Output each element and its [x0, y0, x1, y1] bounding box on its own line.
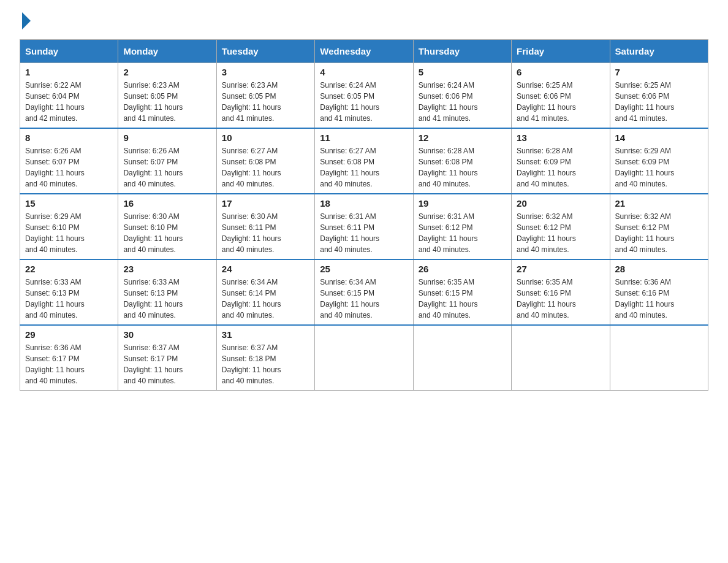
calendar-day-cell: 27Sunrise: 6:35 AMSunset: 6:16 PMDayligh…: [512, 259, 610, 325]
calendar-day-cell: 5Sunrise: 6:24 AMSunset: 6:06 PMDaylight…: [413, 63, 511, 129]
day-number: 30: [123, 329, 211, 340]
day-info: Sunrise: 6:33 AMSunset: 6:13 PMDaylight:…: [25, 277, 113, 321]
day-number: 26: [419, 264, 506, 274]
day-number: 18: [320, 198, 408, 209]
day-of-week-header: Tuesday: [216, 40, 314, 63]
day-info: Sunrise: 6:36 AMSunset: 6:17 PMDaylight:…: [25, 342, 113, 386]
day-number: 10: [222, 132, 309, 143]
day-of-week-header: Sunday: [20, 40, 118, 63]
day-info: Sunrise: 6:36 AMSunset: 6:16 PMDaylight:…: [615, 277, 703, 321]
calendar-day-cell: 11Sunrise: 6:27 AMSunset: 6:08 PMDayligh…: [315, 128, 413, 194]
day-info: Sunrise: 6:30 AMSunset: 6:11 PMDaylight:…: [222, 211, 309, 255]
day-number: 20: [517, 198, 604, 209]
day-number: 22: [25, 264, 113, 274]
day-number: 1: [25, 67, 113, 77]
day-info: Sunrise: 6:29 AMSunset: 6:10 PMDaylight:…: [25, 211, 113, 255]
day-number: 12: [419, 132, 506, 143]
day-info: Sunrise: 6:34 AMSunset: 6:14 PMDaylight:…: [222, 277, 309, 321]
day-number: 29: [25, 329, 113, 340]
day-number: 5: [419, 67, 506, 77]
day-number: 9: [123, 132, 211, 143]
calendar-day-cell: 20Sunrise: 6:32 AMSunset: 6:12 PMDayligh…: [512, 194, 610, 259]
day-number: 3: [222, 67, 309, 77]
day-number: 24: [222, 264, 309, 274]
day-info: Sunrise: 6:27 AMSunset: 6:08 PMDaylight:…: [222, 145, 309, 190]
day-info: Sunrise: 6:32 AMSunset: 6:12 PMDaylight:…: [615, 211, 703, 255]
calendar-week-row: 29Sunrise: 6:36 AMSunset: 6:17 PMDayligh…: [20, 325, 708, 391]
day-info: Sunrise: 6:23 AMSunset: 6:05 PMDaylight:…: [123, 80, 211, 124]
calendar-week-row: 8Sunrise: 6:26 AMSunset: 6:07 PMDaylight…: [20, 128, 708, 194]
day-info: Sunrise: 6:24 AMSunset: 6:06 PMDaylight:…: [419, 80, 506, 124]
calendar-day-cell: 7Sunrise: 6:25 AMSunset: 6:06 PMDaylight…: [610, 63, 708, 129]
day-number: 25: [320, 264, 408, 274]
day-number: 13: [517, 132, 604, 143]
day-info: Sunrise: 6:23 AMSunset: 6:05 PMDaylight:…: [222, 80, 309, 124]
calendar-week-row: 1Sunrise: 6:22 AMSunset: 6:04 PMDaylight…: [20, 63, 708, 129]
day-number: 27: [517, 264, 604, 274]
calendar-day-cell: 22Sunrise: 6:33 AMSunset: 6:13 PMDayligh…: [20, 259, 118, 325]
calendar-day-cell: 12Sunrise: 6:28 AMSunset: 6:08 PMDayligh…: [413, 128, 511, 194]
calendar-day-cell: 4Sunrise: 6:24 AMSunset: 6:05 PMDaylight…: [315, 63, 413, 129]
day-info: Sunrise: 6:32 AMSunset: 6:12 PMDaylight:…: [517, 211, 604, 255]
calendar-day-cell: 9Sunrise: 6:26 AMSunset: 6:07 PMDaylight…: [118, 128, 216, 194]
calendar-day-cell: 28Sunrise: 6:36 AMSunset: 6:16 PMDayligh…: [610, 259, 708, 325]
day-info: Sunrise: 6:26 AMSunset: 6:07 PMDaylight:…: [25, 145, 113, 190]
calendar-day-cell: 21Sunrise: 6:32 AMSunset: 6:12 PMDayligh…: [610, 194, 708, 259]
day-number: 11: [320, 132, 408, 143]
calendar-day-cell: 19Sunrise: 6:31 AMSunset: 6:12 PMDayligh…: [413, 194, 511, 259]
day-number: 31: [222, 329, 309, 340]
calendar-day-cell: 14Sunrise: 6:29 AMSunset: 6:09 PMDayligh…: [610, 128, 708, 194]
day-number: 6: [517, 67, 604, 77]
day-number: 28: [615, 264, 703, 274]
calendar-day-cell: 13Sunrise: 6:28 AMSunset: 6:09 PMDayligh…: [512, 128, 610, 194]
page-header: [20, 15, 708, 27]
calendar-day-cell: [413, 325, 511, 391]
day-info: Sunrise: 6:35 AMSunset: 6:15 PMDaylight:…: [419, 277, 506, 321]
calendar-day-cell: [512, 325, 610, 391]
calendar-day-cell: [315, 325, 413, 391]
day-of-week-header: Saturday: [610, 40, 708, 63]
calendar-day-cell: 6Sunrise: 6:25 AMSunset: 6:06 PMDaylight…: [512, 63, 610, 129]
day-info: Sunrise: 6:31 AMSunset: 6:11 PMDaylight:…: [320, 211, 408, 255]
day-info: Sunrise: 6:33 AMSunset: 6:13 PMDaylight:…: [123, 277, 211, 321]
calendar-day-cell: 18Sunrise: 6:31 AMSunset: 6:11 PMDayligh…: [315, 194, 413, 259]
day-info: Sunrise: 6:27 AMSunset: 6:08 PMDaylight:…: [320, 145, 408, 190]
calendar-day-cell: 16Sunrise: 6:30 AMSunset: 6:10 PMDayligh…: [118, 194, 216, 259]
calendar-day-cell: 26Sunrise: 6:35 AMSunset: 6:15 PMDayligh…: [413, 259, 511, 325]
day-info: Sunrise: 6:25 AMSunset: 6:06 PMDaylight:…: [517, 80, 604, 124]
calendar-day-cell: 29Sunrise: 6:36 AMSunset: 6:17 PMDayligh…: [20, 325, 118, 391]
day-number: 4: [320, 67, 408, 77]
calendar-header-row: SundayMondayTuesdayWednesdayThursdayFrid…: [20, 40, 708, 63]
day-info: Sunrise: 6:29 AMSunset: 6:09 PMDaylight:…: [615, 145, 703, 190]
day-info: Sunrise: 6:37 AMSunset: 6:17 PMDaylight:…: [123, 342, 211, 386]
day-number: 2: [123, 67, 211, 77]
day-info: Sunrise: 6:25 AMSunset: 6:06 PMDaylight:…: [615, 80, 703, 124]
day-info: Sunrise: 6:24 AMSunset: 6:05 PMDaylight:…: [320, 80, 408, 124]
calendar-day-cell: 1Sunrise: 6:22 AMSunset: 6:04 PMDaylight…: [20, 63, 118, 129]
day-number: 15: [25, 198, 113, 209]
calendar-day-cell: 31Sunrise: 6:37 AMSunset: 6:18 PMDayligh…: [216, 325, 314, 391]
day-info: Sunrise: 6:37 AMSunset: 6:18 PMDaylight:…: [222, 342, 309, 386]
day-of-week-header: Monday: [118, 40, 216, 63]
calendar-day-cell: 3Sunrise: 6:23 AMSunset: 6:05 PMDaylight…: [216, 63, 314, 129]
day-of-week-header: Thursday: [413, 40, 511, 63]
calendar-day-cell: 8Sunrise: 6:26 AMSunset: 6:07 PMDaylight…: [20, 128, 118, 194]
day-number: 21: [615, 198, 703, 209]
day-number: 14: [615, 132, 703, 143]
day-info: Sunrise: 6:26 AMSunset: 6:07 PMDaylight:…: [123, 145, 211, 190]
day-info: Sunrise: 6:30 AMSunset: 6:10 PMDaylight:…: [123, 211, 211, 255]
calendar-table: SundayMondayTuesdayWednesdayThursdayFrid…: [20, 39, 708, 391]
calendar-day-cell: 24Sunrise: 6:34 AMSunset: 6:14 PMDayligh…: [216, 259, 314, 325]
calendar-week-row: 15Sunrise: 6:29 AMSunset: 6:10 PMDayligh…: [20, 194, 708, 259]
calendar-day-cell: 2Sunrise: 6:23 AMSunset: 6:05 PMDaylight…: [118, 63, 216, 129]
day-info: Sunrise: 6:31 AMSunset: 6:12 PMDaylight:…: [419, 211, 506, 255]
day-of-week-header: Wednesday: [315, 40, 413, 63]
calendar-week-row: 22Sunrise: 6:33 AMSunset: 6:13 PMDayligh…: [20, 259, 708, 325]
day-number: 16: [123, 198, 211, 209]
calendar-day-cell: 17Sunrise: 6:30 AMSunset: 6:11 PMDayligh…: [216, 194, 314, 259]
day-of-week-header: Friday: [512, 40, 610, 63]
day-info: Sunrise: 6:35 AMSunset: 6:16 PMDaylight:…: [517, 277, 604, 321]
day-number: 17: [222, 198, 309, 209]
calendar-day-cell: 25Sunrise: 6:34 AMSunset: 6:15 PMDayligh…: [315, 259, 413, 325]
logo: [20, 15, 31, 27]
